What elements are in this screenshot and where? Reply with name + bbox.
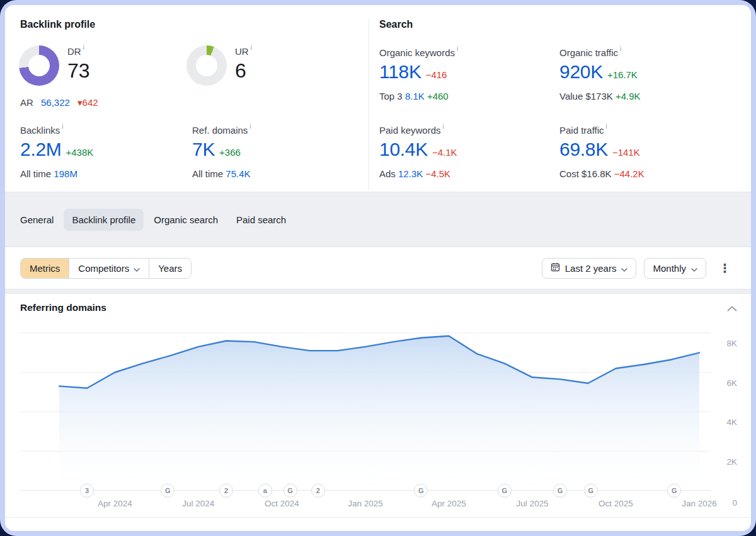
section-divider [5, 289, 751, 294]
ur-label: URi [235, 45, 252, 57]
ref-domains-label: Ref. domainsi [192, 124, 251, 136]
ads-link[interactable]: 12.3K [398, 168, 423, 179]
paid-keywords-delta: −4.1K [432, 147, 457, 158]
chart-toolbar: Metrics Competitors Years Last 2 years M… [5, 247, 751, 289]
info-icon[interactable]: i [457, 45, 458, 52]
dr-label: DRi [67, 45, 90, 57]
x-axis-tick-label: Oct 2025 [584, 499, 647, 508]
ur-donut-chart [186, 45, 227, 86]
competitors-segment-button[interactable]: Competitors [69, 259, 149, 278]
tab-general[interactable]: General [12, 209, 62, 231]
backlinks-delta: +438K [66, 147, 94, 158]
ref-domains-value[interactable]: 7K [192, 139, 215, 160]
organic-keywords-metric: Organic keywordsi 118K−416 Top 3 8.1K +4… [379, 47, 458, 102]
y-axis-tick-label: 8K [712, 339, 737, 348]
event-marker[interactable]: G [414, 484, 428, 498]
organic-keywords-value[interactable]: 118K [379, 61, 421, 82]
dr-donut-chart [19, 45, 59, 86]
info-icon[interactable]: i [606, 123, 607, 130]
event-marker[interactable]: G [161, 484, 175, 498]
paid-keywords-label: Paid keywordsi [379, 124, 457, 136]
interval-button[interactable]: Monthly [644, 258, 706, 279]
metrics-segment-button[interactable]: Metrics [21, 259, 69, 278]
paid-traffic-metric: Paid traffici 69.8K−141K Cost $16.8K −44… [559, 124, 644, 179]
backlink-profile-section-title: Backlink profile [20, 19, 95, 30]
event-marker[interactable]: 2 [219, 484, 233, 498]
ar-value-link[interactable]: 56,322 [41, 97, 70, 108]
ref-domains-alltime-row: All time 75.4K [192, 168, 251, 179]
ref-domains-alltime-link[interactable]: 75.4K [226, 168, 250, 179]
chevron-down-icon [134, 263, 140, 274]
paid-keywords-value[interactable]: 10.4K [379, 139, 428, 160]
ar-delta: ▾642 [77, 97, 98, 108]
event-marker[interactable]: G [498, 484, 512, 498]
paid-traffic-sub-row: Cost $16.8K −44.2K [559, 168, 644, 179]
organic-keywords-sub-row: Top 3 8.1K +460 [379, 91, 458, 102]
ur-value: 6 [235, 61, 252, 81]
overview-header: Backlink profile DRi 73 URi 6 AR 56,322 … [5, 5, 751, 192]
domain-rating-block: DRi 73 [19, 45, 90, 86]
event-marker[interactable]: G [667, 484, 681, 498]
organic-traffic-metric: Organic traffici 920K+16.7K Value $173K … [559, 47, 641, 102]
date-range-button[interactable]: Last 2 years [542, 258, 637, 279]
search-section-title: Search [379, 19, 413, 30]
x-axis-tick-label: Jul 2024 [167, 499, 230, 508]
x-axis-tick-label: Jan 2026 [668, 499, 731, 508]
ref-domains-metric: Ref. domainsi 7K+366 All time 75.4K [192, 124, 251, 179]
y-axis-tick-label: 4K [712, 417, 737, 427]
years-segment-button[interactable]: Years [149, 259, 191, 278]
event-marker[interactable]: 2 [311, 484, 325, 498]
event-marker[interactable]: G [553, 484, 567, 498]
area-chart-canvas [20, 327, 711, 492]
info-icon[interactable]: i [443, 123, 444, 130]
info-icon[interactable]: i [620, 45, 621, 52]
overview-card: Backlink profile DRi 73 URi 6 AR 56,322 … [5, 5, 751, 531]
paid-keywords-sub-row: Ads 12.3K −4.5K [379, 168, 457, 179]
toolbar-right-group: Last 2 years Monthly ⋮ [542, 258, 736, 279]
tab-paid-search[interactable]: Paid search [228, 209, 294, 231]
info-icon[interactable]: i [62, 123, 63, 130]
app-frame: Backlink profile DRi 73 URi 6 AR 56,322 … [0, 0, 756, 536]
section-tabs: General Backlink profile Organic search … [5, 192, 751, 247]
referring-domains-chart[interactable]: 8K6K4K2K0Apr 2024Jul 2024Oct 2024Jan 202… [20, 327, 711, 516]
x-axis-tick-label: Jan 2025 [334, 499, 397, 508]
x-axis-tick-label: Oct 2024 [250, 499, 313, 508]
tab-organic-search[interactable]: Organic search [146, 209, 226, 231]
ar-label: AR [20, 97, 33, 108]
ahrefs-rank-row: AR 56,322 ▾642 [20, 97, 98, 108]
more-options-button[interactable]: ⋮ [714, 261, 736, 276]
info-icon[interactable]: i [249, 123, 251, 130]
chevron-down-icon [621, 263, 627, 274]
y-axis-tick-label: 6K [712, 378, 737, 388]
tab-backlink-profile[interactable]: Backlink profile [64, 209, 144, 231]
organic-traffic-label: Organic traffici [559, 47, 641, 58]
organic-traffic-value[interactable]: 920K [559, 61, 603, 82]
collapse-section-button[interactable] [727, 303, 737, 314]
event-marker[interactable]: G [284, 484, 297, 498]
section-bottom-divider [5, 517, 751, 518]
y-axis-tick-label: 2K [712, 457, 737, 467]
x-axis-tick-label: Apr 2024 [83, 499, 146, 508]
top3-link[interactable]: 8.1K [405, 91, 425, 102]
event-marker[interactable]: 3 [80, 484, 94, 498]
paid-keywords-metric: Paid keywordsi 10.4K−4.1K Ads 12.3K −4.5… [379, 124, 457, 179]
backlinks-value[interactable]: 2.2M [20, 139, 62, 160]
calendar-icon [551, 262, 560, 274]
paid-traffic-value[interactable]: 69.8K [559, 139, 608, 160]
organic-traffic-delta: +16.7K [607, 69, 638, 80]
chart-title: Referring domains [20, 302, 106, 313]
dr-value: 73 [67, 61, 90, 81]
x-axis-tick-label: Jul 2025 [501, 499, 564, 508]
url-rating-block: URi 6 [186, 45, 252, 86]
organic-keywords-label: Organic keywordsi [379, 47, 458, 58]
event-marker[interactable]: G [584, 484, 598, 498]
event-marker[interactable]: a [258, 484, 272, 498]
info-icon[interactable]: i [83, 44, 84, 51]
referring-domains-section: Referring domains 8K6K4K2K0Apr 2024Jul 2… [5, 294, 751, 531]
backlinks-metric: Backlinksi 2.2M+438K All time 198M [20, 124, 93, 179]
backlinks-alltime-link[interactable]: 198M [54, 168, 77, 179]
paid-traffic-label: Paid traffici [559, 124, 644, 136]
info-icon[interactable]: i [251, 44, 252, 51]
chevron-up-icon [727, 306, 737, 312]
ref-domains-delta: +366 [219, 147, 241, 158]
